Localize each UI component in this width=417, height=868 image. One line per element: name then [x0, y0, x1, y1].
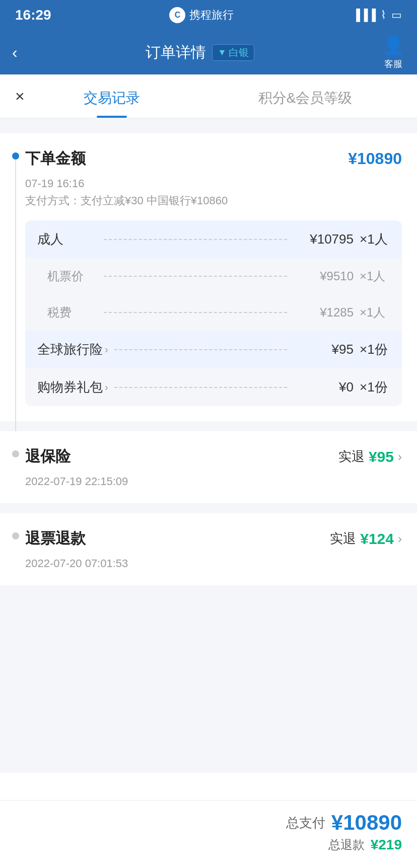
- customer-service-icon: 👤: [382, 35, 405, 56]
- total-refund-row: 总退款 ¥219: [328, 837, 402, 853]
- ticket-label: 机票价: [37, 268, 98, 284]
- order-datetime: 07-19 16:16: [25, 177, 402, 190]
- insurance-chevron-icon: ›: [105, 344, 108, 355]
- total-refund-amount: ¥219: [371, 837, 402, 853]
- bottom-summary: 总支付 ¥10890 总退款 ¥219: [0, 800, 417, 868]
- ctrip-logo-icon: C: [169, 7, 185, 23]
- order-payment: 支付方式：支付立减¥30 中国银行¥10860: [25, 193, 402, 208]
- order-title: 下单金额: [25, 148, 86, 169]
- refund-insurance-amount: ¥95: [369, 448, 394, 465]
- tax-label: 税费: [37, 304, 98, 321]
- main-content: × 交易记录 积分&会员等级 下单金额 ¥10890 07-19 16:16 支…: [0, 74, 417, 868]
- voucher-value: ¥0: [293, 379, 354, 395]
- price-dots-insurance: [114, 349, 287, 350]
- voucher-qty: ×1份: [360, 378, 390, 396]
- refund-ticket-amount: ¥124: [360, 530, 394, 547]
- price-row-ticket: 机票价 ¥9510 ×1人: [25, 258, 402, 294]
- status-bar: 16:29 C 携程旅行 ▐▐▐ ⌇ ▭: [0, 0, 417, 30]
- refund-ticket-datetime: 2022-07-20 07:01:53: [25, 557, 402, 570]
- total-pay-row: 总支付 ¥10890: [286, 811, 402, 835]
- price-row-voucher[interactable]: 购物券礼包 › ¥0 ×1份: [25, 368, 402, 406]
- insurance-label: 全球旅行险: [37, 341, 103, 358]
- total-pay-label: 总支付: [286, 814, 325, 832]
- total-refund-label: 总退款: [328, 837, 365, 853]
- section-dot: [12, 152, 19, 160]
- badge-text: 白银: [229, 46, 249, 59]
- tax-qty: ×1人: [360, 304, 390, 321]
- order-section: 下单金额 ¥10890 07-19 16:16 支付方式：支付立减¥30 中国银…: [0, 133, 417, 421]
- refund-insurance-dot: [12, 450, 19, 457]
- adult-value: ¥10795: [293, 231, 354, 247]
- voucher-link[interactable]: 购物券礼包 ›: [37, 378, 108, 396]
- nav-bar: ‹ 订单详情 ▼ 白银 👤 客服: [0, 30, 417, 74]
- price-dots-tax: [104, 312, 287, 313]
- adult-qty: ×1人: [360, 230, 390, 248]
- nav-title: 订单详情: [146, 42, 206, 63]
- refund-ticket-dot: [12, 532, 19, 539]
- voucher-label: 购物券礼包: [37, 378, 103, 396]
- insurance-qty: ×1份: [360, 341, 390, 358]
- refund-ticket-chevron-icon: ›: [398, 532, 402, 546]
- nav-title-area: 订单详情 ▼ 白银: [146, 42, 254, 63]
- tax-value: ¥1285: [293, 305, 354, 320]
- badge-icon: ▼: [218, 47, 227, 58]
- app-name: 携程旅行: [189, 8, 234, 23]
- price-dots: [104, 239, 287, 240]
- ticket-value: ¥9510: [293, 269, 354, 283]
- ctrip-logo-text: C: [175, 11, 181, 20]
- customer-service-label: 客服: [384, 58, 402, 70]
- status-time: 16:29: [15, 7, 51, 23]
- refund-insurance-chevron-icon: ›: [398, 450, 402, 464]
- adult-label: 成人: [37, 230, 98, 248]
- order-amount: ¥10890: [348, 149, 402, 168]
- order-header: 下单金额 ¥10890: [25, 148, 402, 169]
- refund-ticket-title: 退票退款: [25, 528, 86, 549]
- price-dots-voucher: [114, 387, 287, 388]
- price-row-tax: 税费 ¥1285 ×1人: [25, 294, 402, 331]
- price-row-adult: 成人 ¥10795 ×1人: [25, 220, 402, 258]
- ticket-qty: ×1人: [360, 268, 390, 284]
- tabs-container: × 交易记录 积分&会员等级: [0, 74, 417, 118]
- section-line: [15, 160, 16, 431]
- refund-insurance-datetime: 2022-07-19 22:15:09: [25, 475, 402, 488]
- signal-icon: ▐▐▐: [352, 9, 376, 22]
- refund-ticket-header: 退票退款 实退 ¥124 ›: [25, 528, 402, 549]
- status-icons: ▐▐▐ ⌇ ▭: [352, 9, 402, 22]
- price-row-insurance[interactable]: 全球旅行险 › ¥95 ×1份: [25, 331, 402, 368]
- refund-insurance-title: 退保险: [25, 446, 71, 467]
- member-badge: ▼ 白银: [212, 44, 254, 61]
- price-detail-card: 成人 ¥10795 ×1人 机票价 ¥9510 ×1人 税费 ¥1285: [25, 220, 402, 406]
- refund-ticket-section: 退票退款 实退 ¥124 › 2022-07-20 07:01:53: [0, 513, 417, 585]
- content-area: 下单金额 ¥10890 07-19 16:16 支付方式：支付立减¥30 中国银…: [0, 118, 417, 772]
- total-pay-amount: ¥10890: [331, 811, 402, 835]
- refund-ticket-amount-area[interactable]: 实退 ¥124 ›: [330, 530, 402, 547]
- price-dots-ticket: [104, 276, 287, 277]
- refund-insurance-header: 退保险 实退 ¥95 ›: [25, 446, 402, 467]
- refund-ticket-label: 实退: [330, 530, 356, 547]
- voucher-chevron-icon: ›: [105, 381, 108, 393]
- back-button[interactable]: ‹: [12, 43, 18, 62]
- refund-insurance-label: 实退: [338, 448, 365, 465]
- status-center: C 携程旅行: [169, 7, 234, 23]
- refund-insurance-section: 退保险 实退 ¥95 › 2022-07-19 22:15:09: [0, 431, 417, 503]
- battery-icon: ▭: [391, 9, 402, 22]
- insurance-link[interactable]: 全球旅行险 ›: [37, 341, 108, 358]
- wifi-icon: ⌇: [381, 9, 386, 22]
- insurance-value: ¥95: [293, 342, 354, 357]
- tab-points[interactable]: 积分&会员等级: [208, 74, 402, 118]
- tab-transaction[interactable]: 交易记录: [15, 74, 208, 118]
- refund-insurance-amount-area[interactable]: 实退 ¥95 ›: [338, 448, 402, 465]
- customer-service-button[interactable]: 👤 客服: [382, 35, 405, 70]
